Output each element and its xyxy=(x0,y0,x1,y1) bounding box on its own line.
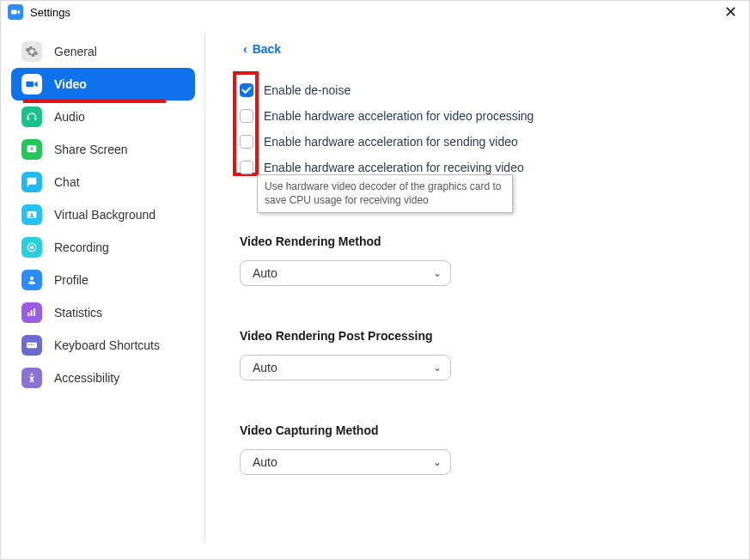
svg-point-4 xyxy=(31,213,34,216)
checkbox-label: Enable hardware acceleration for receivi… xyxy=(264,161,524,174)
chevron-down-icon: ⌄ xyxy=(433,267,442,279)
profile-icon xyxy=(21,270,42,290)
sidebar-item-label: Virtual Background xyxy=(54,208,155,222)
back-label: Back xyxy=(253,42,281,56)
svg-rect-12 xyxy=(28,344,29,345)
headphones-icon xyxy=(21,107,42,127)
virtual-background-icon xyxy=(21,204,42,225)
checkbox-label: Enable hardware acceleration for sending… xyxy=(264,135,518,149)
select-value: Auto xyxy=(253,455,277,469)
select-capturing-method[interactable]: Auto ⌄ xyxy=(240,449,451,475)
svg-rect-10 xyxy=(34,308,35,316)
checkbox-hw-accel-sending[interactable] xyxy=(240,135,253,149)
share-screen-icon xyxy=(21,139,42,160)
close-button[interactable]: ✕ xyxy=(719,3,742,21)
chevron-left-icon: ‹ xyxy=(243,42,247,56)
keyboard-icon xyxy=(21,335,42,356)
select-rendering-method[interactable]: Auto ⌄ xyxy=(240,260,451,286)
video-icon xyxy=(21,74,42,94)
select-value: Auto xyxy=(253,266,277,280)
sidebar-item-label: Share Screen xyxy=(54,143,128,156)
sidebar-item-chat[interactable]: Chat xyxy=(11,166,195,198)
sidebar-item-profile[interactable]: Profile xyxy=(11,264,195,296)
app-icon xyxy=(8,4,23,20)
svg-rect-8 xyxy=(27,313,29,316)
svg-rect-1 xyxy=(26,82,34,88)
svg-rect-0 xyxy=(11,10,17,15)
checkbox-row-denoise: Enable de-noise xyxy=(240,78,723,102)
checkbox-row-hw-sending: Enable hardware acceleration for sending… xyxy=(240,130,723,154)
checkbox-label: Enable de-noise xyxy=(264,83,351,97)
sidebar-item-video[interactable]: Video xyxy=(11,68,195,100)
select-value: Auto xyxy=(253,361,277,374)
svg-rect-13 xyxy=(31,344,32,345)
sidebar-item-keyboard-shortcuts[interactable]: Keyboard Shortcuts xyxy=(11,329,195,362)
chevron-down-icon: ⌄ xyxy=(433,456,442,468)
sidebar-item-recording[interactable]: Recording xyxy=(11,231,195,264)
checkbox-group: Enable de-noise Enable hardware accelera… xyxy=(240,78,723,180)
sidebar-item-label: Chat xyxy=(54,175,80,189)
sidebar-item-statistics[interactable]: Statistics xyxy=(11,296,195,329)
tooltip: Use hardware video decoder of the graphi… xyxy=(257,174,513,213)
section-title-capturing-method: Video Capturing Method xyxy=(240,423,723,437)
section-title-post-processing: Video Rendering Post Processing xyxy=(240,329,723,343)
titlebar: Settings ✕ xyxy=(1,1,749,25)
record-icon xyxy=(21,237,42,258)
svg-point-6 xyxy=(30,246,34,249)
window-title: Settings xyxy=(30,6,70,19)
sidebar-item-label: Audio xyxy=(54,110,85,124)
checkbox-label: Enable hardware acceleration for video p… xyxy=(264,109,534,123)
statistics-icon xyxy=(21,302,42,323)
sidebar-item-label: Profile xyxy=(54,273,88,287)
checkbox-enable-denoise[interactable] xyxy=(240,83,253,97)
checkbox-hw-accel-receiving[interactable] xyxy=(240,161,253,174)
sidebar-item-label: Video xyxy=(54,77,87,91)
gear-icon xyxy=(21,41,42,62)
content-pane: ‹ Back Enable de-noise Enable hardware a… xyxy=(205,25,749,559)
sidebar-item-accessibility[interactable]: Accessibility xyxy=(11,362,195,394)
annotation-red-underline xyxy=(23,99,166,103)
sidebar-item-audio[interactable]: Audio xyxy=(11,100,195,133)
svg-rect-14 xyxy=(33,344,34,345)
sidebar-item-label: General xyxy=(54,45,97,58)
section-title-rendering-method: Video Rendering Method xyxy=(240,234,723,248)
sidebar-item-label: Keyboard Shortcuts xyxy=(54,338,160,352)
accessibility-icon xyxy=(21,368,42,388)
sidebar-item-virtual-background[interactable]: Virtual Background xyxy=(11,198,195,231)
sidebar-item-label: Statistics xyxy=(54,306,102,320)
select-post-processing[interactable]: Auto ⌄ xyxy=(240,355,451,380)
sidebar-item-label: Accessibility xyxy=(54,371,119,385)
chevron-down-icon: ⌄ xyxy=(433,362,442,374)
checkbox-hw-accel-processing[interactable] xyxy=(240,109,253,123)
sidebar-item-share-screen[interactable]: Share Screen xyxy=(11,133,195,166)
svg-rect-9 xyxy=(31,310,33,316)
back-button[interactable]: ‹ Back xyxy=(243,42,281,56)
sidebar-item-general[interactable]: General xyxy=(11,35,195,68)
chat-icon xyxy=(21,172,42,192)
svg-point-7 xyxy=(30,277,34,280)
checkbox-row-hw-processing: Enable hardware acceleration for video p… xyxy=(240,104,723,128)
sidebar-item-label: Recording xyxy=(54,240,109,254)
svg-point-15 xyxy=(31,374,34,376)
sidebar: General Video Audio Share Screen xyxy=(1,25,205,559)
